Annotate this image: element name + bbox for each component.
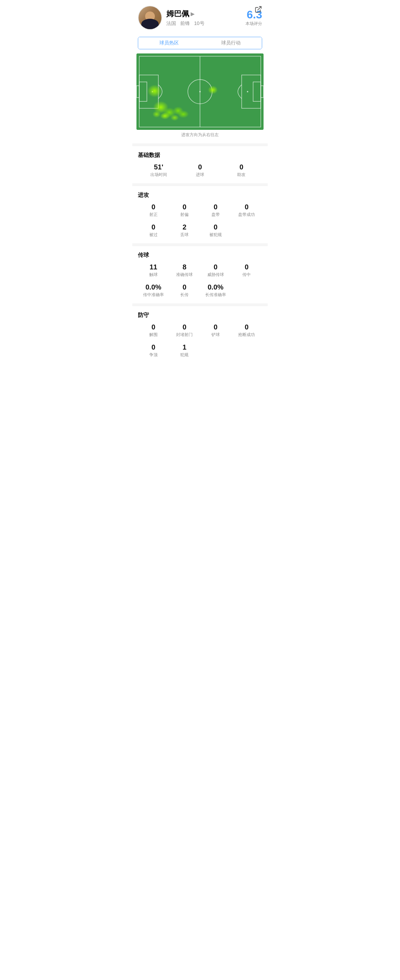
accurate-passes-value: 8: [169, 263, 200, 271]
attack-stats-section: 进攻 0 射正 0 射偏 0 盘带 0 盘带成功 0 被过 2 丢球 0 被犯规: [132, 192, 268, 238]
dribbles-success-value: 0: [231, 203, 263, 211]
fouled-label: 被犯规: [200, 232, 231, 238]
svg-point-13: [247, 91, 248, 92]
interceptions-label: 抢断成功: [231, 332, 263, 338]
stat-tackles: 0 铲球: [200, 323, 231, 338]
stat-dribbles-success: 0 盘带成功: [231, 203, 263, 218]
stat-aerial-duels: 0 争顶: [138, 343, 169, 358]
stat-accurate-passes: 8 准确传球: [169, 263, 200, 278]
interceptions-value: 0: [231, 323, 263, 331]
pass-stats-row2: 0.0% 传中准确率 0 长传 0.0% 长传准确率: [138, 283, 262, 298]
divider-4: [132, 304, 268, 306]
key-passes-value: 0: [200, 263, 231, 271]
stat-crosses: 0 传中: [231, 263, 263, 278]
long-passes-value: 0: [169, 283, 200, 291]
fouls-label: 犯规: [169, 352, 200, 358]
defense-stats-title: 防守: [138, 312, 262, 319]
touches-label: 触球: [138, 272, 169, 278]
fouls-value: 1: [169, 343, 200, 351]
stat-interceptions: 0 抢断成功: [231, 323, 263, 338]
svg-point-20: [153, 111, 161, 118]
heatmap-container: 进攻方向为从右往左: [137, 54, 263, 138]
beaten-label: 被过: [138, 232, 169, 238]
tackles-value: 0: [200, 323, 231, 331]
aerial-duels-label: 争顶: [138, 352, 169, 358]
stat-assists: 0 助攻: [221, 163, 262, 178]
touches-value: 11: [138, 263, 169, 271]
player-name: 姆巴佩 ▶: [166, 9, 241, 19]
cross-accuracy-label: 传中准确率: [138, 292, 169, 298]
svg-point-18: [171, 115, 179, 121]
playtime-label: 出场时间: [138, 172, 179, 178]
stat-clearances: 0 解围: [138, 323, 169, 338]
pass-stats-title: 传球: [138, 252, 262, 259]
stat-long-pass-accuracy: 0.0% 长传准确率: [200, 283, 231, 298]
lost-balls-label: 丢球: [169, 232, 200, 238]
heatmap-field: [137, 54, 263, 130]
svg-point-5: [199, 91, 201, 92]
crosses-value: 0: [231, 263, 263, 271]
player-header: 姆巴佩 ▶ 法国 前锋 10号 6.3 本场评分: [132, 0, 268, 33]
avatar: [138, 6, 162, 30]
svg-point-22: [208, 86, 218, 94]
cross-accuracy-value: 0.0%: [138, 283, 169, 291]
player-meta: 姆巴佩 ▶ 法国 前锋 10号: [166, 9, 241, 27]
pass-stats-row1: 11 触球 8 准确传球 0 威胁传球 0 传中: [138, 263, 262, 278]
tab-heatmap[interactable]: 球员热区: [138, 37, 200, 49]
goals-label: 进球: [179, 172, 220, 178]
divider-1: [132, 143, 268, 146]
heatmap-direction-label: 进攻方向为从右往左: [137, 132, 263, 138]
stat-goals: 0 进球: [179, 163, 220, 178]
attack-stats-row2: 0 被过 2 丢球 0 被犯规: [138, 223, 262, 238]
playtime-value: 51': [138, 163, 179, 171]
basic-stats-section: 基础数据 51' 出场时间 0 进球 0 助攻: [132, 152, 268, 178]
stat-lost-balls: 2 丢球: [169, 223, 200, 238]
field-svg: [137, 54, 263, 130]
beaten-value: 0: [138, 223, 169, 231]
long-passes-label: 长传: [169, 292, 200, 298]
tab-bar: 球员热区 球员行动: [138, 37, 262, 49]
accurate-passes-label: 准确传球: [169, 272, 200, 278]
fouled-value: 0: [200, 223, 231, 231]
key-passes-label: 威胁传球: [200, 272, 231, 278]
shots-off-value: 0: [169, 203, 200, 211]
long-pass-accuracy-value: 0.0%: [200, 283, 231, 291]
dribbles-success-label: 盘带成功: [231, 212, 263, 218]
shots-off-label: 射偏: [169, 212, 200, 218]
stat-long-passes: 0 长传: [169, 283, 200, 298]
player-arrow-icon: ▶: [191, 11, 194, 17]
goals-value: 0: [179, 163, 220, 171]
divider-2: [132, 183, 268, 186]
pass-stats-section: 传球 11 触球 8 准确传球 0 威胁传球 0 传中 0.0% 传中准确率 0…: [132, 252, 268, 298]
svg-point-17: [160, 113, 170, 119]
stat-fouls: 1 犯规: [169, 343, 200, 358]
stat-shots-off: 0 射偏: [169, 203, 200, 218]
tab-actions[interactable]: 球员行动: [200, 37, 262, 49]
stat-cross-accuracy: 0.0% 传中准确率: [138, 283, 169, 298]
shots-on-label: 射正: [138, 212, 169, 218]
dribbles-label: 盘带: [200, 212, 231, 218]
dribbles-value: 0: [200, 203, 231, 211]
attack-stats-title: 进攻: [138, 192, 262, 199]
blocked-shots-value: 0: [169, 323, 200, 331]
attack-stats-row1: 0 射正 0 射偏 0 盘带 0 盘带成功: [138, 203, 262, 218]
score-label: 本场评分: [245, 21, 262, 27]
shots-on-value: 0: [138, 203, 169, 211]
player-details: 法国 前锋 10号: [166, 21, 241, 27]
crosses-label: 传中: [231, 272, 263, 278]
stat-key-passes: 0 威胁传球: [200, 263, 231, 278]
svg-point-21: [148, 85, 161, 97]
stat-dribbles: 0 盘带: [200, 203, 231, 218]
svg-point-19: [178, 110, 189, 118]
basic-stats-row: 51' 出场时间 0 进球 0 助攻: [138, 163, 262, 178]
svg-line-0: [258, 6, 261, 10]
aerial-duels-value: 0: [138, 343, 169, 351]
defense-stats-row1: 0 解围 0 封堵射门 0 铲球 0 抢断成功: [138, 323, 262, 338]
long-pass-accuracy-label: 长传准确率: [200, 292, 231, 298]
stat-blocked-shots: 0 封堵射门: [169, 323, 200, 338]
stat-fouled: 0 被犯规: [200, 223, 231, 238]
divider-3: [132, 243, 268, 246]
defense-stats-row2: 0 争顶 1 犯规: [138, 343, 262, 358]
share-icon[interactable]: [255, 6, 262, 15]
clearances-label: 解围: [138, 332, 169, 338]
